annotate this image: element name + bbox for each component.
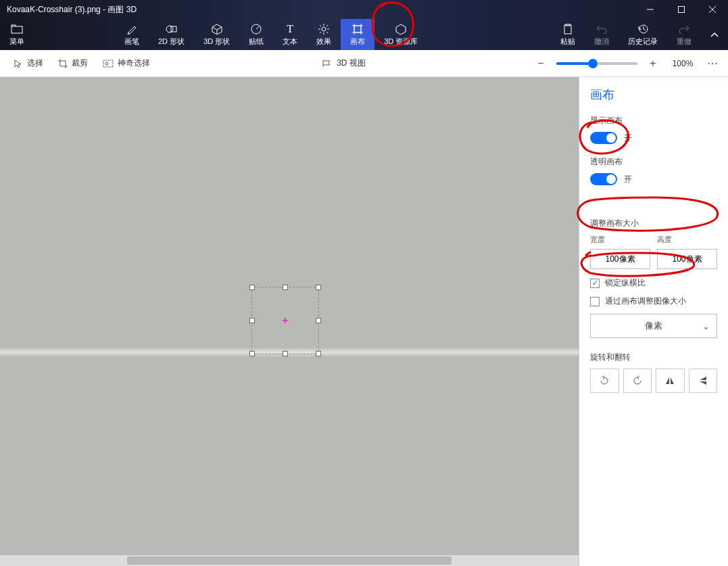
- show-canvas-toggle[interactable]: [590, 132, 617, 144]
- height-input[interactable]: [657, 249, 717, 269]
- history-icon: [637, 23, 648, 35]
- zoom-thumb[interactable]: [588, 59, 598, 68]
- flag-icon: [322, 60, 333, 68]
- svg-rect-1: [679, 7, 685, 13]
- redo-icon: [679, 23, 689, 35]
- library-icon: [395, 23, 406, 35]
- effects-button[interactable]: 效果: [307, 19, 341, 50]
- magic-select-icon: [103, 60, 114, 68]
- svg-line-16: [320, 32, 321, 33]
- rotate-flip-title: 旋转和翻转: [590, 352, 717, 363]
- resize-image-checkbox[interactable]: 通过画布调整图像大小: [590, 296, 717, 307]
- flip-vertical-button[interactable]: [689, 369, 718, 393]
- collapse-ribbon-button[interactable]: [701, 19, 728, 50]
- maximize-button[interactable]: [666, 0, 697, 19]
- svg-point-8: [322, 27, 326, 31]
- zoom-out-button[interactable]: −: [532, 55, 550, 72]
- cube-icon: [212, 23, 222, 35]
- width-input[interactable]: [590, 249, 650, 269]
- flip-horizontal-button[interactable]: [656, 369, 685, 393]
- svg-line-15: [326, 25, 328, 26]
- handle-bl[interactable]: [249, 351, 255, 356]
- close-button[interactable]: [697, 0, 728, 19]
- svg-line-13: [320, 25, 321, 26]
- handle-ml[interactable]: [249, 318, 255, 323]
- minimize-button[interactable]: [635, 0, 666, 19]
- handle-tm[interactable]: [283, 285, 288, 290]
- menu-button[interactable]: 菜单: [0, 19, 34, 50]
- handle-tr[interactable]: [316, 285, 321, 290]
- selection-box[interactable]: +: [251, 287, 319, 354]
- handle-bm[interactable]: [283, 351, 288, 356]
- shapes-3d-button[interactable]: 3D 形状: [194, 19, 239, 50]
- zoom-level[interactable]: 100%: [669, 59, 697, 68]
- window-title: KovaaK-Crosshair (3).png - 画图 3D: [0, 4, 137, 16]
- width-label: 宽度: [590, 235, 650, 245]
- rotate-ccw-button[interactable]: [590, 369, 619, 393]
- secondary-toolbar: 选择 裁剪 神奇选择 3D 视图 − + 100% ⋯: [0, 50, 728, 77]
- handle-mr[interactable]: [316, 318, 321, 323]
- history-button[interactable]: 历史记录: [618, 19, 667, 50]
- title-bar: KovaaK-Crosshair (3).png - 画图 3D: [0, 0, 728, 19]
- shapes-2d-icon: [166, 23, 178, 35]
- sun-icon: [318, 23, 329, 35]
- ribbon: 菜单 画笔 2D 形状 3D 形状 贴纸 T 文本 效果 画布 3D 资源库 粘…: [0, 19, 728, 50]
- chevron-down-icon: ⌄: [702, 321, 710, 331]
- zoom-in-button[interactable]: +: [644, 55, 662, 72]
- sticker-icon: [251, 23, 262, 35]
- text-button[interactable]: T 文本: [273, 19, 307, 50]
- brush-icon: [126, 23, 137, 35]
- svg-rect-6: [171, 26, 176, 32]
- lock-aspect-checkbox[interactable]: ✓ 锁定纵横比: [590, 277, 717, 289]
- svg-point-26: [105, 62, 108, 65]
- svg-rect-4: [11, 26, 22, 33]
- rotate-cw-button[interactable]: [623, 369, 652, 393]
- svg-rect-17: [354, 26, 361, 32]
- select-tool[interactable]: 选择: [8, 55, 49, 72]
- magic-select-tool[interactable]: 神奇选择: [97, 55, 155, 72]
- unit-dropdown[interactable]: 像素 ⌄: [590, 314, 717, 338]
- show-canvas-state: 开: [624, 133, 632, 144]
- transparent-canvas-state: 开: [624, 174, 632, 185]
- checkbox-unchecked-icon: [590, 297, 600, 306]
- transparent-canvas-label: 透明画布: [590, 156, 717, 168]
- panel-title: 画布: [590, 87, 717, 103]
- properties-panel: 画布 显示画布 开 透明画布 开 调整画布大小 宽度 高度 ✓ 锁定纵横比 通过…: [579, 77, 728, 566]
- crop-icon: [58, 59, 68, 68]
- paste-button[interactable]: 粘贴: [551, 19, 585, 50]
- undo-button[interactable]: 撤消: [585, 19, 618, 50]
- more-button[interactable]: ⋯: [704, 55, 721, 72]
- horizontal-scrollbar[interactable]: [0, 555, 579, 566]
- svg-rect-22: [564, 25, 571, 34]
- crosshair-mark: +: [282, 314, 288, 327]
- shapes-2d-button[interactable]: 2D 形状: [149, 19, 194, 50]
- checkbox-checked-icon: ✓: [590, 279, 600, 288]
- resize-title: 调整画布大小: [590, 218, 717, 229]
- canvas-button[interactable]: 画布: [341, 19, 374, 50]
- redo-button[interactable]: 重做: [667, 19, 701, 50]
- clipboard-icon: [563, 23, 573, 35]
- handle-tl[interactable]: [249, 285, 255, 290]
- library-3d-button[interactable]: 3D 资源库: [374, 19, 427, 50]
- canvas-icon: [352, 23, 363, 35]
- height-label: 高度: [657, 235, 717, 245]
- crop-tool[interactable]: 裁剪: [53, 55, 93, 72]
- view-3d-button[interactable]: 3D 视图: [316, 55, 371, 72]
- zoom-slider[interactable]: [556, 62, 637, 65]
- show-canvas-label: 显示画布: [590, 115, 717, 126]
- pointer-icon: [14, 59, 23, 68]
- text-icon: T: [287, 23, 293, 35]
- undo-icon: [596, 23, 607, 35]
- scrollbar-thumb[interactable]: [127, 557, 451, 565]
- handle-br[interactable]: [316, 351, 321, 356]
- svg-line-14: [326, 32, 328, 33]
- stickers-button[interactable]: 贴纸: [239, 19, 273, 50]
- canvas-area[interactable]: +: [0, 77, 579, 566]
- brush-button[interactable]: 画笔: [115, 19, 149, 50]
- transparent-canvas-toggle[interactable]: [590, 173, 617, 185]
- folder-icon: [11, 23, 23, 35]
